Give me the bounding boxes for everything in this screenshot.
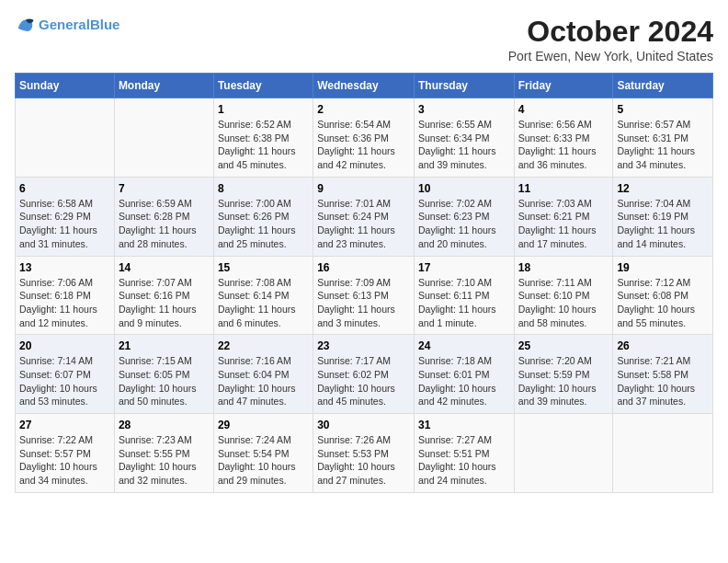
calendar-table: SundayMondayTuesdayWednesdayThursdayFrid… [15,73,713,493]
title-block: October 2024 Port Ewen, New York, United… [508,15,713,63]
day-info: Sunrise: 7:02 AM Sunset: 6:23 PM Dayligh… [418,197,510,251]
calendar-week-row: 27Sunrise: 7:22 AM Sunset: 5:57 PM Dayli… [16,414,713,493]
calendar-cell: 21Sunrise: 7:15 AM Sunset: 6:05 PM Dayli… [114,335,213,414]
day-info: Sunrise: 7:22 AM Sunset: 5:57 PM Dayligh… [19,433,110,488]
calendar-cell: 3Sunrise: 6:55 AM Sunset: 6:34 PM Daylig… [414,98,514,178]
calendar-cell: 8Sunrise: 7:00 AM Sunset: 6:26 PM Daylig… [213,177,313,256]
day-info: Sunrise: 6:55 AM Sunset: 6:34 PM Dayligh… [418,118,510,172]
day-of-week-header: Saturday [613,74,713,98]
calendar-cell: 22Sunrise: 7:16 AM Sunset: 6:04 PM Dayli… [213,335,313,414]
day-number: 4 [518,103,609,116]
day-info: Sunrise: 7:00 AM Sunset: 6:26 PM Dayligh… [218,197,309,251]
day-info: Sunrise: 7:14 AM Sunset: 6:07 PM Dayligh… [19,354,110,408]
day-number: 16 [317,261,410,274]
calendar-cell: 29Sunrise: 7:24 AM Sunset: 5:54 PM Dayli… [213,414,313,493]
day-number: 23 [317,339,410,352]
calendar-cell: 20Sunrise: 7:14 AM Sunset: 6:07 PM Dayli… [16,335,115,414]
calendar-cell: 31Sunrise: 7:27 AM Sunset: 5:51 PM Dayli… [414,414,514,493]
day-number: 21 [119,339,210,352]
day-of-week-header: Sunday [16,74,115,98]
day-number: 24 [418,339,510,352]
calendar-cell: 12Sunrise: 7:04 AM Sunset: 6:19 PM Dayli… [613,177,713,256]
day-of-week-header: Wednesday [313,74,415,98]
day-info: Sunrise: 6:54 AM Sunset: 6:36 PM Dayligh… [317,118,410,172]
calendar-cell: 2Sunrise: 6:54 AM Sunset: 6:36 PM Daylig… [313,98,415,178]
day-number: 12 [617,182,709,195]
day-info: Sunrise: 7:27 AM Sunset: 5:51 PM Dayligh… [418,433,510,488]
day-info: Sunrise: 7:24 AM Sunset: 5:54 PM Dayligh… [218,433,309,488]
calendar-cell: 15Sunrise: 7:08 AM Sunset: 6:14 PM Dayli… [213,256,313,335]
day-number: 13 [19,261,110,274]
calendar-cell: 26Sunrise: 7:21 AM Sunset: 5:58 PM Dayli… [613,335,713,414]
day-info: Sunrise: 7:08 AM Sunset: 6:14 PM Dayligh… [218,276,309,330]
day-info: Sunrise: 7:03 AM Sunset: 6:21 PM Dayligh… [518,197,609,251]
day-info: Sunrise: 7:07 AM Sunset: 6:16 PM Dayligh… [119,276,210,330]
day-number: 6 [19,182,110,195]
day-info: Sunrise: 7:10 AM Sunset: 6:11 PM Dayligh… [418,276,510,330]
day-number: 7 [119,182,210,195]
calendar-cell: 7Sunrise: 6:59 AM Sunset: 6:28 PM Daylig… [114,177,213,256]
day-info: Sunrise: 7:04 AM Sunset: 6:19 PM Dayligh… [617,197,709,251]
location-subtitle: Port Ewen, New York, United States [508,49,713,63]
day-number: 9 [317,182,410,195]
logo-icon [15,15,35,35]
calendar-cell [16,98,115,178]
day-number: 28 [119,419,210,431]
day-info: Sunrise: 7:01 AM Sunset: 6:24 PM Dayligh… [317,197,410,251]
day-info: Sunrise: 7:18 AM Sunset: 6:01 PM Dayligh… [418,354,510,408]
day-info: Sunrise: 7:26 AM Sunset: 5:53 PM Dayligh… [317,433,410,488]
calendar-cell: 13Sunrise: 7:06 AM Sunset: 6:18 PM Dayli… [16,256,115,335]
day-info: Sunrise: 7:23 AM Sunset: 5:55 PM Dayligh… [119,433,210,488]
calendar-cell: 23Sunrise: 7:17 AM Sunset: 6:02 PM Dayli… [313,335,415,414]
day-info: Sunrise: 7:17 AM Sunset: 6:02 PM Dayligh… [317,354,410,408]
calendar-cell: 16Sunrise: 7:09 AM Sunset: 6:13 PM Dayli… [313,256,415,335]
calendar-cell: 14Sunrise: 7:07 AM Sunset: 6:16 PM Dayli… [114,256,213,335]
day-number: 2 [317,103,410,116]
logo: GeneralBlue [15,15,119,35]
day-number: 25 [518,339,609,352]
day-info: Sunrise: 7:09 AM Sunset: 6:13 PM Dayligh… [317,276,410,330]
day-number: 29 [218,419,309,431]
month-title: October 2024 [508,15,713,49]
day-info: Sunrise: 7:15 AM Sunset: 6:05 PM Dayligh… [119,354,210,408]
calendar-body: 1Sunrise: 6:52 AM Sunset: 6:38 PM Daylig… [16,98,713,493]
calendar-week-row: 6Sunrise: 6:58 AM Sunset: 6:29 PM Daylig… [16,177,713,256]
calendar-week-row: 1Sunrise: 6:52 AM Sunset: 6:38 PM Daylig… [16,98,713,178]
day-number: 18 [518,261,609,274]
calendar-cell: 24Sunrise: 7:18 AM Sunset: 6:01 PM Dayli… [414,335,514,414]
day-number: 14 [119,261,210,274]
calendar-cell: 25Sunrise: 7:20 AM Sunset: 5:59 PM Dayli… [514,335,613,414]
calendar-cell: 4Sunrise: 6:56 AM Sunset: 6:33 PM Daylig… [514,98,613,178]
calendar-cell [514,414,613,493]
day-number: 30 [317,419,410,431]
page-header: GeneralBlue October 2024 Port Ewen, New … [15,15,713,63]
day-info: Sunrise: 6:57 AM Sunset: 6:31 PM Dayligh… [617,118,709,172]
day-number: 31 [418,419,510,431]
day-info: Sunrise: 6:52 AM Sunset: 6:38 PM Dayligh… [218,118,309,172]
calendar-cell: 27Sunrise: 7:22 AM Sunset: 5:57 PM Dayli… [16,414,115,493]
day-number: 10 [418,182,510,195]
calendar-cell: 1Sunrise: 6:52 AM Sunset: 6:38 PM Daylig… [213,98,313,178]
day-number: 26 [617,339,709,352]
day-info: Sunrise: 7:16 AM Sunset: 6:04 PM Dayligh… [218,354,309,408]
header-row: SundayMondayTuesdayWednesdayThursdayFrid… [16,74,713,98]
calendar-cell: 28Sunrise: 7:23 AM Sunset: 5:55 PM Dayli… [114,414,213,493]
day-info: Sunrise: 6:59 AM Sunset: 6:28 PM Dayligh… [119,197,210,251]
day-number: 20 [19,339,110,352]
calendar-cell [114,98,213,178]
calendar-cell: 6Sunrise: 6:58 AM Sunset: 6:29 PM Daylig… [16,177,115,256]
day-number: 19 [617,261,709,274]
calendar-cell: 19Sunrise: 7:12 AM Sunset: 6:08 PM Dayli… [613,256,713,335]
day-info: Sunrise: 7:06 AM Sunset: 6:18 PM Dayligh… [19,276,110,330]
calendar-cell: 17Sunrise: 7:10 AM Sunset: 6:11 PM Dayli… [414,256,514,335]
day-info: Sunrise: 7:12 AM Sunset: 6:08 PM Dayligh… [617,276,709,330]
calendar-cell: 5Sunrise: 6:57 AM Sunset: 6:31 PM Daylig… [613,98,713,178]
day-of-week-header: Monday [114,74,213,98]
day-number: 22 [218,339,309,352]
calendar-cell: 18Sunrise: 7:11 AM Sunset: 6:10 PM Dayli… [514,256,613,335]
calendar-week-row: 20Sunrise: 7:14 AM Sunset: 6:07 PM Dayli… [16,335,713,414]
day-of-week-header: Tuesday [213,74,313,98]
day-info: Sunrise: 6:56 AM Sunset: 6:33 PM Dayligh… [518,118,609,172]
calendar-cell: 30Sunrise: 7:26 AM Sunset: 5:53 PM Dayli… [313,414,415,493]
calendar-header: SundayMondayTuesdayWednesdayThursdayFrid… [16,74,713,98]
